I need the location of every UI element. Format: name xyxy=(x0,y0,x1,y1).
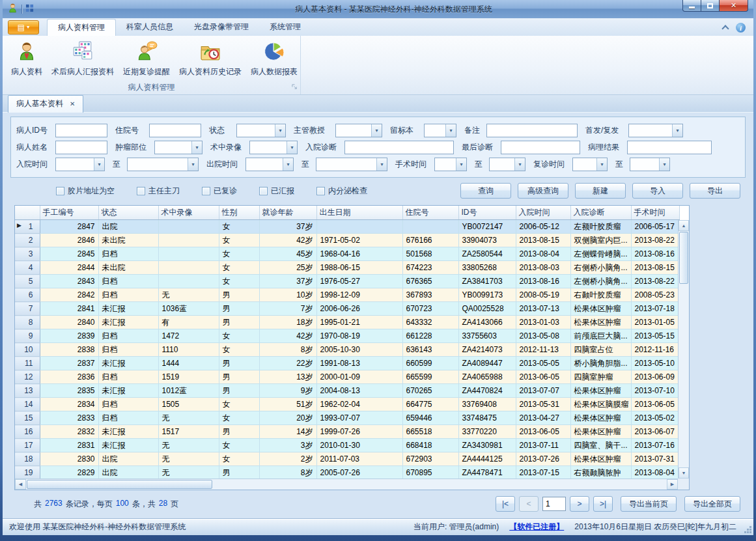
admission-date-to-combo[interactable]: ▾ xyxy=(127,158,199,171)
column-header-id-number[interactable]: ID号 xyxy=(458,206,516,220)
table-row[interactable]: 5 2843 归档 女 37岁 1976-05-27 676365 ZA3841… xyxy=(15,275,679,288)
discharge-date-to-combo[interactable]: ▾ xyxy=(316,158,387,171)
close-button[interactable]: ✕ xyxy=(719,0,748,12)
chevron-down-icon[interactable]: ▾ xyxy=(456,158,466,171)
table-row[interactable]: 3 2845 归档 女 45岁 1968-04-16 501568 ZA2580… xyxy=(15,247,679,261)
row-header-cell[interactable]: 13 xyxy=(15,384,40,398)
patient-name-input[interactable] xyxy=(55,141,107,154)
patient-history-button[interactable]: 病人资料历史记录 xyxy=(175,38,246,79)
row-header-cell[interactable]: 9 xyxy=(15,329,40,343)
last-page-button[interactable]: >| xyxy=(593,496,613,512)
column-header-surgery-video[interactable]: 术中录像 xyxy=(158,206,219,220)
prev-page-button[interactable]: < xyxy=(519,496,539,512)
surgery-date-to-combo[interactable]: ▾ xyxy=(489,158,525,171)
checkbox-icon[interactable] xyxy=(259,187,268,195)
postop-report-button[interactable]: 术后病人汇报资料 xyxy=(47,38,119,79)
table-row[interactable]: ▶1 2847 出院 女 37岁 YB0072147 2006-05-12 左额… xyxy=(15,220,679,234)
professor-combo[interactable]: ▾ xyxy=(335,124,382,137)
table-row[interactable]: 10 2838 归档 1110 女 8岁 2005-10-30 636143 Z… xyxy=(15,343,679,357)
row-header-cell[interactable]: 3 xyxy=(15,247,40,261)
tumor-site-combo[interactable]: ▾ xyxy=(154,141,203,154)
horizontal-scroll-thumb[interactable] xyxy=(27,480,212,489)
chevron-down-icon[interactable]: ▾ xyxy=(287,141,297,154)
admission-date-from-combo[interactable]: ▾ xyxy=(55,158,105,171)
chevron-down-icon[interactable]: ▾ xyxy=(672,124,682,137)
row-header-cell[interactable]: 7 xyxy=(15,302,40,316)
column-header-gender[interactable]: 性别 xyxy=(219,206,259,220)
row-header-cell[interactable]: 14 xyxy=(15,398,40,411)
table-row[interactable]: 14 2834 归档 1505 女 51岁 1962-02-04 664775 … xyxy=(15,398,679,411)
scroll-down-icon[interactable]: ▼ xyxy=(679,467,689,479)
export-button[interactable]: 导出 xyxy=(690,183,740,199)
minimize-button[interactable] xyxy=(682,0,701,12)
close-tab-icon[interactable]: ✕ xyxy=(70,100,75,107)
column-header-status[interactable]: 状态 xyxy=(98,206,158,220)
application-menu-button[interactable]: ▤ ▾ xyxy=(8,20,39,35)
table-row[interactable]: 4 2844 未出院 女 25岁 1988-06-15 674223 33805… xyxy=(15,261,679,275)
checkbox-film-address-empty[interactable]: 胶片地址为空 xyxy=(56,186,115,197)
patient-report-button[interactable]: 病人数据报表 xyxy=(246,38,302,79)
row-header-cell[interactable]: 10 xyxy=(15,343,40,357)
row-header-cell[interactable]: 2 xyxy=(15,234,40,247)
ribbon-tab-disc-tape-management[interactable]: 光盘录像带管理 xyxy=(184,19,259,36)
remarks-input[interactable] xyxy=(486,124,578,137)
table-row[interactable]: 13 2835 未汇报 1012蓝 男 9岁 2004-08-13 670265… xyxy=(15,384,679,398)
column-header-visit-age[interactable]: 就诊年龄 xyxy=(259,206,316,220)
advanced-query-button[interactable]: 高级查询 xyxy=(518,183,568,199)
checkbox-icon[interactable] xyxy=(137,187,145,195)
table-row[interactable]: 16 2832 未汇报 1517 男 14岁 1999-07-26 665518… xyxy=(15,425,679,439)
new-button[interactable]: 新建 xyxy=(575,183,626,199)
table-row[interactable]: 12 2836 归档 1519 男 13岁 2000-01-09 665599 … xyxy=(15,370,679,384)
vertical-scrollbar[interactable]: ▲ ▼ xyxy=(678,220,689,479)
row-header-cell[interactable]: 5 xyxy=(15,275,40,288)
row-header-cell[interactable]: 16 xyxy=(15,425,40,439)
revisit-reminder-button[interactable]: 近期复诊提醒 xyxy=(119,38,175,79)
table-row[interactable]: 2 2846 未出院 女 42岁 1971-05-02 676166 33904… xyxy=(15,234,679,247)
checkbox-reported[interactable]: 已汇报 xyxy=(259,186,294,197)
checkbox-icon[interactable] xyxy=(56,187,64,195)
column-header-admission-number[interactable]: 住院号 xyxy=(402,206,458,220)
patient-id-input[interactable] xyxy=(55,124,107,137)
row-header-cell[interactable]: 8 xyxy=(15,316,40,329)
next-page-button[interactable]: > xyxy=(570,496,589,512)
registered-link[interactable]: 【软件已注册】 xyxy=(509,521,564,533)
table-row[interactable]: 19 2829 出院 无 男 8岁 2005-07-26 670895 ZA44… xyxy=(15,466,679,480)
admission-diagnosis-input[interactable] xyxy=(344,141,454,154)
first-page-button[interactable]: |< xyxy=(496,496,515,512)
export-current-page-button[interactable]: 导出当前页 xyxy=(621,496,677,512)
doc-tab-patient-basic-info[interactable]: 病人基本资料 ✕ xyxy=(8,95,83,113)
maximize-button[interactable] xyxy=(701,0,719,12)
patient-data-button[interactable]: 病人资料 xyxy=(7,38,47,79)
column-header-birth-date[interactable]: 出生日期 xyxy=(316,206,402,220)
ribbon-tab-department-staff[interactable]: 科室人员信息 xyxy=(116,19,184,36)
chevron-down-icon[interactable]: ▾ xyxy=(371,124,382,137)
chevron-down-icon[interactable]: ▾ xyxy=(445,124,456,137)
revisit-date-to-combo[interactable]: ▾ xyxy=(630,158,670,171)
column-header-admission-date[interactable]: 入院时间 xyxy=(516,206,570,220)
dialog-launcher-icon[interactable] xyxy=(292,83,298,92)
chevron-down-icon[interactable]: ▾ xyxy=(514,158,525,171)
chevron-down-icon[interactable]: ▾ xyxy=(188,158,198,171)
vertical-scroll-thumb[interactable] xyxy=(679,232,688,284)
chevron-down-icon[interactable]: ▾ xyxy=(191,141,202,154)
row-header-cell[interactable]: 18 xyxy=(15,452,40,466)
chevron-down-icon[interactable]: ▾ xyxy=(283,158,293,171)
table-row[interactable]: 15 2833 归档 无 女 20岁 1993-07-07 659446 337… xyxy=(15,411,679,425)
chevron-down-icon[interactable]: ▾ xyxy=(275,124,285,137)
table-row[interactable]: 8 2840 未汇报 有 男 18岁 1995-01-21 643332 ZA4… xyxy=(15,316,679,329)
row-header-cell[interactable]: 6 xyxy=(15,288,40,302)
checkbox-revisited[interactable]: 已复诊 xyxy=(202,186,237,197)
horizontal-scrollbar[interactable]: ◀ ▶ xyxy=(15,479,678,490)
surgery-date-from-combo[interactable]: ▾ xyxy=(434,158,467,171)
checkbox-endocrine-exam[interactable]: 内分泌检查 xyxy=(316,186,367,197)
info-icon[interactable]: i xyxy=(736,23,746,33)
scroll-left-icon[interactable]: ◀ xyxy=(15,479,26,490)
resize-grip[interactable] xyxy=(749,531,751,533)
table-row[interactable]: 6 2842 归档 无 男 10岁 1998-12-09 367893 YB00… xyxy=(15,288,679,302)
table-row[interactable]: 9 2839 归档 1472 女 42岁 1970-08-19 661228 3… xyxy=(15,329,679,343)
export-all-pages-button[interactable]: 导出全部页 xyxy=(684,496,740,512)
table-row[interactable]: 18 2830 出院 无 女 2岁 2011-07-03 672903 ZA44… xyxy=(15,452,679,466)
scroll-up-icon[interactable]: ▲ xyxy=(679,220,689,231)
first-recurrence-combo[interactable]: ▾ xyxy=(628,124,683,137)
chevron-down-icon[interactable]: ▾ xyxy=(376,158,387,171)
